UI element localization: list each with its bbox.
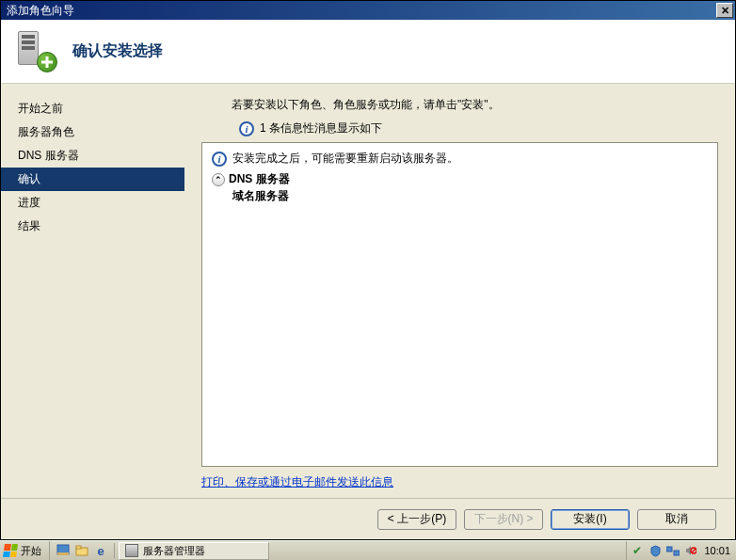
svg-rect-1 [57,552,69,555]
wizard-header: 确认安装选择 [1,20,735,84]
window-title: 添加角色向导 [7,3,716,19]
tray-shield-icon[interactable] [648,544,662,557]
tray-volume-icon[interactable] [684,544,697,557]
system-tray: ✔ 10:01 [626,541,736,560]
sidebar: 开始之前 服务器角色 DNS 服务器 确认 进度 结果 [1,84,184,498]
info-count-row: i 1 条信息性消息显示如下 [239,120,718,136]
start-button[interactable]: 开始 [0,541,50,560]
clock[interactable]: 10:01 [702,545,732,556]
sidebar-item-results[interactable]: 结果 [1,215,184,238]
start-label: 开始 [21,544,41,558]
taskbar: 开始 e 服务器管理器 ✔ 10:01 [0,540,736,560]
svg-rect-5 [674,551,680,555]
taskbar-item-label: 服务器管理器 [143,544,205,558]
restart-message: 安装完成之后，可能需要重新启动该服务器。 [232,151,458,167]
info-icon: i [239,121,254,136]
close-button[interactable]: ✕ [716,3,733,18]
wizard-body: 开始之前 服务器角色 DNS 服务器 确认 进度 结果 若要安装以下角色、角色服… [1,84,735,498]
sidebar-item-before-you-begin[interactable]: 开始之前 [1,97,184,120]
cancel-button[interactable]: 取消 [637,509,716,530]
taskbar-item-server-manager[interactable]: 服务器管理器 [119,542,269,560]
sidebar-item-confirmation[interactable]: 确认 [1,168,184,191]
explorer-icon[interactable] [74,543,89,558]
show-desktop-icon[interactable] [56,543,71,558]
export-link-row: 打印、保存或通过电子邮件发送此信息 [201,474,718,490]
tray-network-icon[interactable] [666,544,680,557]
ie-icon[interactable]: e [93,543,108,558]
install-button[interactable]: 安装(I) [551,509,630,530]
tray-security-icon[interactable]: ✔ [631,544,644,557]
role-row[interactable]: ⌃ DNS 服务器 [212,168,708,188]
next-button: 下一步(N) > [464,509,543,530]
page-title: 确认安装选择 [72,41,163,61]
restart-message-row: i 安装完成之后，可能需要重新启动该服务器。 [212,149,708,168]
collapse-icon[interactable]: ⌃ [212,173,225,186]
server-add-icon [16,31,57,72]
previous-button[interactable]: < 上一步(P) [377,509,456,530]
intro-text: 若要安装以下角色、角色服务或功能，请单击"安装"。 [232,97,718,113]
quick-launch: e [50,543,115,558]
sidebar-item-server-roles[interactable]: 服务器角色 [1,120,184,144]
sidebar-item-progress[interactable]: 进度 [1,191,184,215]
server-manager-icon [125,544,138,557]
role-name: DNS 服务器 [229,171,290,187]
info-icon: i [212,152,227,167]
svg-rect-3 [76,546,81,549]
svg-line-7 [692,549,696,552]
info-count-text: 1 条信息性消息显示如下 [260,120,382,136]
svg-rect-4 [666,547,672,552]
role-description: 域名服务器 [212,188,708,204]
sidebar-item-dns-server[interactable]: DNS 服务器 [1,144,184,168]
content-area: 若要安装以下角色、角色服务或功能，请单击"安装"。 i 1 条信息性消息显示如下… [184,84,735,498]
wizard-footer: < 上一步(P) 下一步(N) > 安装(I) 取消 [1,498,735,539]
windows-logo-icon [3,544,18,557]
titlebar[interactable]: 添加角色向导 ✕ [1,1,735,20]
export-link[interactable]: 打印、保存或通过电子邮件发送此信息 [201,475,393,488]
confirmation-panel: i 安装完成之后，可能需要重新启动该服务器。 ⌃ DNS 服务器 域名服务器 [201,142,718,467]
wizard-window: 添加角色向导 ✕ 确认安装选择 开始之前 服务器角色 DNS 服务器 确认 进度… [0,0,736,540]
